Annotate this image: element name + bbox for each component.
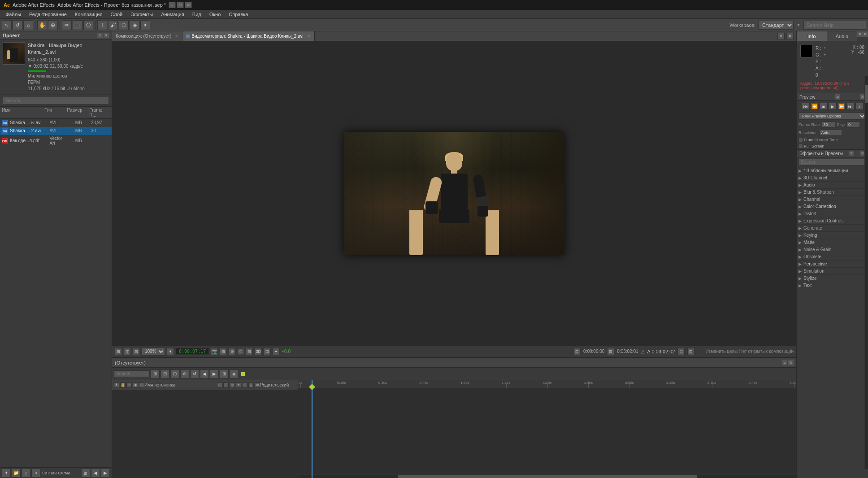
- tl-dropdown-btn[interactable]: ▼: [167, 348, 174, 355]
- tl-pixel-btn[interactable]: ⊡: [264, 348, 271, 355]
- prev-panel-btn[interactable]: ◀: [91, 469, 100, 478]
- tool-select[interactable]: ↖: [2, 20, 12, 30]
- effects-menu-btn[interactable]: ≡: [849, 151, 854, 156]
- tl-timecode2-btn[interactable]: ⊡: [607, 348, 614, 355]
- effect-cat-matte[interactable]: ▶ Matte: [797, 239, 868, 246]
- menu-edit[interactable]: Редактирование: [26, 11, 70, 18]
- zoom-dropdown[interactable]: 100% 50% 200%: [142, 348, 165, 356]
- tl-tool-9[interactable]: ◈: [230, 369, 239, 378]
- viewer-menu-btn[interactable]: ≡: [777, 33, 785, 40]
- effect-cat-audio[interactable]: ▶ Audio: [797, 182, 868, 189]
- timeline-menu-btn[interactable]: ≡: [782, 360, 787, 365]
- timeline-close-btn[interactable]: ✕: [788, 360, 794, 365]
- tool-eraser[interactable]: ◈: [130, 20, 139, 30]
- tl-camera-btn[interactable]: 📷: [211, 348, 218, 355]
- tool-puppet[interactable]: ✦: [140, 20, 150, 30]
- tl-expand2-btn[interactable]: ⊡: [687, 348, 694, 355]
- tool-hand[interactable]: ✋: [37, 20, 47, 30]
- prev-stop-btn[interactable]: ■: [820, 103, 828, 110]
- frame-rate-value[interactable]: 30: [822, 122, 835, 128]
- panel-menu-btn[interactable]: ≡: [97, 33, 103, 38]
- tool-rotate[interactable]: ↺: [13, 20, 22, 30]
- effect-cat-blur-sharpen[interactable]: ▶ Blur & Sharpen: [797, 189, 868, 196]
- current-time-display[interactable]: 0:00:07:17: [176, 348, 209, 355]
- effect-cat-text[interactable]: ▶ Text: [797, 282, 868, 289]
- tl-3d-btn[interactable]: 3D: [255, 348, 262, 355]
- tl-expand-btn[interactable]: □: [677, 348, 685, 355]
- menu-animation[interactable]: Анимация: [157, 11, 188, 18]
- rpanel-menu-btn[interactable]: ≡: [857, 31, 863, 37]
- tl-tool-6[interactable]: ◀: [200, 369, 209, 378]
- full-screen-box[interactable]: [799, 144, 803, 148]
- tl-tool-5[interactable]: ↺: [190, 369, 199, 378]
- folder-btn[interactable]: 📁: [12, 469, 21, 478]
- tl-tool-8[interactable]: ⊞: [220, 369, 229, 378]
- ctrl-4[interactable]: ✦: [236, 382, 241, 388]
- tool-text[interactable]: T: [97, 20, 107, 30]
- tl-mask-btn[interactable]: ◫: [124, 348, 131, 355]
- tl-tool-2[interactable]: ⊟: [161, 369, 169, 378]
- prev-play-btn[interactable]: ▶: [829, 103, 837, 110]
- resolution-value[interactable]: Auto: [820, 130, 842, 136]
- tl-tool-7[interactable]: ▶: [210, 369, 219, 378]
- tl-tool-3[interactable]: ⊡: [170, 369, 179, 378]
- file-item-0[interactable]: AVI Shakira_...ы.avi AVI ... MB 23,97: [0, 119, 112, 127]
- right-panel-scrollbar[interactable]: [864, 76, 868, 469]
- prev-frame-fwd-btn[interactable]: ⏩: [838, 103, 846, 110]
- tool-search[interactable]: ⌕: [23, 20, 33, 30]
- menu-help[interactable]: Справка: [225, 11, 252, 18]
- video-viewer-tab[interactable]: Видеоматериал: Shakira - Шакира Видео Кл…: [182, 31, 314, 41]
- prev-frame-back-btn[interactable]: ⏪: [811, 103, 819, 110]
- close-button[interactable]: ✕: [185, 2, 192, 8]
- tl-render-btn[interactable]: ⊕: [229, 348, 236, 355]
- effect-cat-stylize[interactable]: ▶ Stylize: [797, 275, 868, 282]
- tl-timecode-btn[interactable]: ⊡: [573, 348, 581, 355]
- search-btn[interactable]: ⌕: [22, 469, 30, 478]
- tool-pen[interactable]: ✏: [62, 20, 72, 30]
- panel-close-btn[interactable]: ✕: [104, 33, 109, 38]
- tool-zoom[interactable]: ⊕: [48, 20, 58, 30]
- info-tab[interactable]: Info: [797, 31, 827, 41]
- menu-view[interactable]: Вид: [189, 11, 205, 18]
- ram-preview-select[interactable]: RAM Preview Options: [799, 113, 866, 120]
- ctrl-7[interactable]: ⊕: [255, 382, 260, 388]
- effect-cat-expression-controls[interactable]: ▶ Expression Controls: [797, 217, 868, 225]
- effect-cat-noise-grain[interactable]: ▶ Noise & Grain: [797, 246, 868, 253]
- full-screen-checkbox[interactable]: Full Screen: [799, 144, 825, 148]
- menu-layer[interactable]: Слой: [107, 11, 126, 18]
- file-item-2[interactable]: PDF Как сде...л.pdf Vector Art ... MB: [0, 135, 112, 147]
- rpanel-close-btn[interactable]: ✕: [863, 31, 868, 37]
- effect-cat-keying[interactable]: ▶ Keying: [797, 232, 868, 239]
- tool-paint[interactable]: 🖌: [108, 20, 118, 30]
- effect-cat-generate[interactable]: ▶ Generate: [797, 225, 868, 232]
- ctrl-3[interactable]: ◎: [230, 382, 235, 388]
- hscrollbar-thumb[interactable]: [398, 475, 697, 478]
- effect-cat-channel[interactable]: ▶ Channel: [797, 196, 868, 203]
- timeline-hscrollbar[interactable]: [298, 474, 796, 478]
- preview-menu-btn[interactable]: ≡: [835, 94, 840, 100]
- tl-tool-1[interactable]: ⊞: [151, 369, 160, 378]
- from-current-box[interactable]: [799, 138, 803, 142]
- menu-window[interactable]: Окно: [206, 11, 225, 18]
- timeline-playhead[interactable]: [312, 380, 312, 478]
- right-scrollbar-thumb[interactable]: [865, 85, 868, 103]
- tool-mask[interactable]: ◻: [73, 20, 82, 30]
- comp-viewer-tab[interactable]: Композиция: (Отсутствует) ✕: [112, 31, 182, 41]
- effect-cat-animation-templates[interactable]: ▶ * Шаблоны анимации: [797, 167, 868, 174]
- skip-value[interactable]: 0: [846, 122, 860, 128]
- timeline-search-input[interactable]: [114, 370, 150, 377]
- effect-cat-3d-channel[interactable]: ▶ 3D Channel: [797, 174, 868, 182]
- menu-files[interactable]: Файлы: [2, 11, 25, 18]
- effects-search-input[interactable]: [799, 159, 866, 165]
- effect-cat-perspective[interactable]: ▶ Perspective: [797, 261, 868, 268]
- ctrl-2[interactable]: ⊟: [223, 382, 229, 388]
- effect-cat-distort[interactable]: ▶ Distort: [797, 210, 868, 217]
- effect-cat-color-correction[interactable]: ▶ Color Correction: [797, 203, 868, 210]
- viewer-close-btn[interactable]: ✕: [786, 33, 794, 40]
- toggle-2[interactable]: 🔒: [120, 382, 126, 388]
- toggle-3[interactable]: ☆: [126, 382, 132, 388]
- tl-snap-btn[interactable]: ⊞: [115, 348, 122, 355]
- minimize-button[interactable]: ─: [169, 2, 176, 8]
- menu-composition[interactable]: Композиция: [71, 11, 106, 18]
- toggle-4[interactable]: ◉: [133, 382, 138, 388]
